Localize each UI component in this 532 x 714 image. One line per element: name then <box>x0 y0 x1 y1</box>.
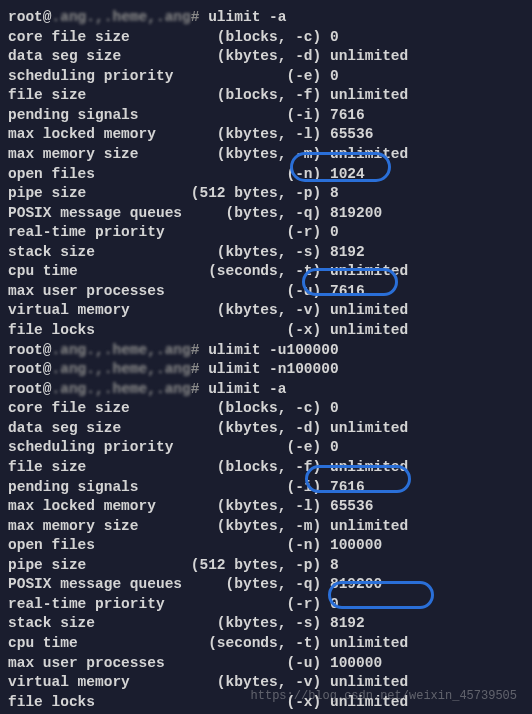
output-line: pipe size (512 bytes, -p) 8 <box>8 556 524 576</box>
output-line: max memory size (kbytes, -m) unlimited <box>8 145 524 165</box>
output-line: scheduling priority (-e) 0 <box>8 438 524 458</box>
prompt-host: .ang.,.heme,.ang <box>52 342 191 358</box>
prompt-user: root@ <box>8 342 52 358</box>
output-line: data seg size (kbytes, -d) unlimited <box>8 47 524 67</box>
output-line: POSIX message queues (bytes, -q) 819200 <box>8 204 524 224</box>
command-text: ulimit -a <box>208 9 286 25</box>
output-line: POSIX message queues (bytes, -q) 819200 <box>8 575 524 595</box>
prompt-hash: # <box>191 9 200 25</box>
terminal-output: root@.ang.,.heme,.ang# ulimit -a core fi… <box>8 8 524 712</box>
prompt-host: .ang.,.heme,.ang <box>52 381 191 397</box>
command-text: ulimit -u100000 <box>208 342 339 358</box>
output-line: max user processes (-u) 7616 <box>8 282 524 302</box>
output-line: pending signals (-i) 7616 <box>8 106 524 126</box>
output-line: stack size (kbytes, -s) 8192 <box>8 614 524 634</box>
prompt-line: root@.ang.,.heme,.ang# ulimit -a <box>8 8 524 28</box>
prompt-user: root@ <box>8 361 52 377</box>
prompt-user: root@ <box>8 381 52 397</box>
output-line: file size (blocks, -f) unlimited <box>8 86 524 106</box>
output-line: open files (-n) 100000 <box>8 536 524 556</box>
prompt-host: .ang.,.heme,.ang <box>52 361 191 377</box>
output-line: scheduling priority (-e) 0 <box>8 67 524 87</box>
output-line: cpu time (seconds, -t) unlimited <box>8 262 524 282</box>
prompt-line: root@.ang.,.heme,.ang# ulimit -a <box>8 380 524 400</box>
output-line: file locks (-x) unlimited <box>8 321 524 341</box>
output-line: max locked memory (kbytes, -l) 65536 <box>8 497 524 517</box>
output-line: file size (blocks, -f) unlimited <box>8 458 524 478</box>
output-line: cpu time (seconds, -t) unlimited <box>8 634 524 654</box>
prompt-line: root@.ang.,.heme,.ang# ulimit -u100000 <box>8 341 524 361</box>
output-line: max user processes (-u) 100000 <box>8 654 524 674</box>
output-line: open files (-n) 1024 <box>8 165 524 185</box>
output-line: pending signals (-i) 7616 <box>8 478 524 498</box>
output-line: max memory size (kbytes, -m) unlimited <box>8 517 524 537</box>
prompt-hash: # <box>191 342 200 358</box>
prompt-hash: # <box>191 381 200 397</box>
command-text: ulimit -n100000 <box>208 361 339 377</box>
output-line: virtual memory (kbytes, -v) unlimited <box>8 301 524 321</box>
prompt-hash: # <box>191 361 200 377</box>
output-line: stack size (kbytes, -s) 8192 <box>8 243 524 263</box>
output-line: core file size (blocks, -c) 0 <box>8 399 524 419</box>
output-line: core file size (blocks, -c) 0 <box>8 28 524 48</box>
prompt-line: root@.ang.,.heme,.ang# ulimit -n100000 <box>8 360 524 380</box>
output-line: pipe size (512 bytes, -p) 8 <box>8 184 524 204</box>
watermark-text: https://blog.csdn.net/weixin_45739505 <box>251 688 517 704</box>
output-line: real-time priority (-r) 0 <box>8 595 524 615</box>
prompt-host: .ang.,.heme,.ang <box>52 9 191 25</box>
prompt-user: root@ <box>8 9 52 25</box>
command-text: ulimit -a <box>208 381 286 397</box>
output-line: max locked memory (kbytes, -l) 65536 <box>8 125 524 145</box>
output-line: data seg size (kbytes, -d) unlimited <box>8 419 524 439</box>
output-line: real-time priority (-r) 0 <box>8 223 524 243</box>
